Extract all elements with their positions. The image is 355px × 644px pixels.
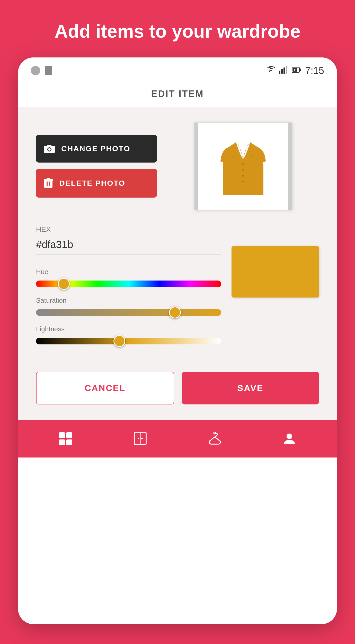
svg-rect-24 <box>66 432 72 438</box>
nav-item-grid[interactable] <box>48 429 83 448</box>
hue-thumb[interactable] <box>58 278 70 290</box>
camera-icon <box>44 144 55 153</box>
hue-track[interactable] <box>36 281 221 287</box>
color-controls: HEX Hue Saturation <box>36 225 221 354</box>
svg-point-29 <box>138 438 139 439</box>
grid-icon <box>59 432 73 446</box>
status-time: 7:15 <box>305 65 324 76</box>
svg-point-11 <box>48 148 51 151</box>
hue-slider-group: Hue <box>36 268 221 287</box>
svg-rect-5 <box>299 69 301 71</box>
svg-rect-1 <box>281 69 283 74</box>
color-preview <box>232 246 319 298</box>
delete-photo-button[interactable]: DELETE PHOTO <box>36 169 157 198</box>
battery-icon <box>292 66 301 75</box>
svg-rect-26 <box>66 439 72 445</box>
lightness-thumb[interactable] <box>113 335 125 347</box>
app-bar: EDIT ITEM <box>18 81 337 107</box>
svg-point-32 <box>287 434 292 439</box>
lightness-track[interactable] <box>36 338 221 344</box>
nav-item-wardrobe[interactable] <box>123 429 157 448</box>
status-right: 7:15 <box>264 65 324 76</box>
wardrobe-icon <box>133 432 147 446</box>
hex-input[interactable] <box>36 236 221 255</box>
nav-item-profile[interactable] <box>272 429 307 448</box>
scrollbar-left <box>194 123 198 210</box>
scrollbar-right <box>288 123 292 210</box>
change-photo-button[interactable]: CHANGE PHOTO <box>36 135 157 163</box>
cancel-button[interactable]: CANCEL <box>36 372 174 404</box>
svg-rect-23 <box>59 432 65 438</box>
saturation-slider-group: Saturation <box>36 296 221 316</box>
svg-rect-2 <box>283 67 285 74</box>
svg-point-31 <box>214 432 216 434</box>
hex-label: HEX <box>36 225 221 234</box>
phone-card: 7:15 EDIT ITEM CHANGE PHOTO <box>18 57 337 624</box>
svg-rect-14 <box>44 180 52 188</box>
svg-point-20 <box>242 169 244 171</box>
change-photo-label: CHANGE PHOTO <box>61 144 130 153</box>
svg-rect-16 <box>47 178 50 180</box>
action-buttons: CANCEL SAVE <box>36 372 319 404</box>
save-button[interactable]: SAVE <box>182 372 319 404</box>
lightness-label: Lightness <box>36 325 221 333</box>
trash-icon <box>44 178 53 188</box>
content-area: CHANGE PHOTO DELETE PHOTO <box>18 107 337 420</box>
photo-frame <box>194 122 292 210</box>
svg-rect-25 <box>59 439 65 445</box>
photo-section: CHANGE PHOTO DELETE PHOTO <box>36 122 319 210</box>
status-bar: 7:15 <box>18 57 337 81</box>
photo-preview <box>167 122 319 210</box>
photo-buttons: CHANGE PHOTO DELETE PHOTO <box>36 122 157 210</box>
status-rect <box>45 66 52 75</box>
svg-rect-17 <box>47 181 48 186</box>
hue-label: Hue <box>36 268 221 276</box>
saturation-track[interactable] <box>36 309 221 316</box>
svg-rect-13 <box>52 147 54 148</box>
app-bar-title: EDIT ITEM <box>151 89 204 99</box>
svg-rect-0 <box>279 71 280 74</box>
svg-point-30 <box>141 438 143 439</box>
nav-item-hanger[interactable] <box>198 429 232 448</box>
svg-point-21 <box>242 175 244 176</box>
status-left <box>31 66 52 75</box>
bottom-nav <box>18 420 337 457</box>
svg-point-19 <box>242 163 244 165</box>
hanger-icon <box>208 432 222 446</box>
profile-icon <box>282 432 296 446</box>
cardigan-image <box>217 133 269 200</box>
saturation-thumb[interactable] <box>169 307 181 318</box>
lightness-slider-group: Lightness <box>36 325 221 344</box>
svg-rect-12 <box>47 145 51 147</box>
saturation-label: Saturation <box>36 296 221 304</box>
svg-rect-3 <box>286 66 287 74</box>
status-circle <box>31 66 40 75</box>
page-title: Add items to your wardrobe <box>39 0 316 57</box>
color-section: HEX Hue Saturation <box>36 225 319 354</box>
signal-icon <box>279 66 288 75</box>
delete-photo-label: DELETE PHOTO <box>59 179 125 188</box>
svg-rect-18 <box>49 181 50 186</box>
wifi-icon <box>264 66 275 75</box>
svg-point-22 <box>242 181 244 182</box>
